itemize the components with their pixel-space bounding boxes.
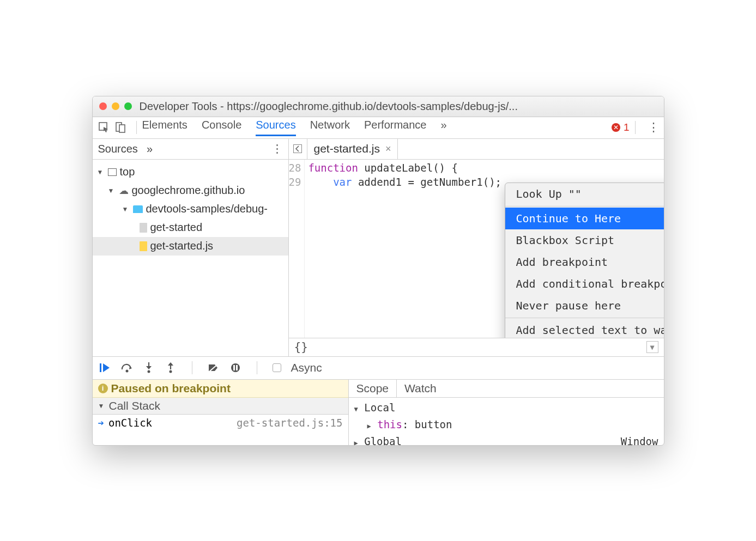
debugger-toolbar: Async [93,357,664,380]
js-file-icon [140,241,147,251]
error-count: 1 [624,121,630,133]
main-toolbar: Elements Console Sources Network Perform… [93,117,664,139]
sidebar-tabs-overflow[interactable]: » [147,143,153,155]
async-label: Async [291,361,322,374]
debugger-panels: i Paused on breakpoint ▼ Call Stack ➔ on… [93,380,664,445]
tab-performance[interactable]: Performance [364,119,427,136]
cm-add-breakpoint[interactable]: Add breakpoint [505,251,664,273]
chevron-down-icon: ▼ [98,402,106,410]
svg-point-9 [231,363,240,372]
cm-add-conditional-breakpoint[interactable]: Add conditional breakpoint… [505,273,664,295]
sources-main: Sources » ⋮ ▼ top ▼ ☁ googlechrome.githu… [93,139,664,357]
cm-never-pause-here[interactable]: Never pause here [505,295,664,317]
tree-folder[interactable]: ▼ devtools-samples/debug- [93,200,288,218]
cm-blackbox-script[interactable]: Blackbox Script [505,229,664,251]
svg-rect-10 [233,365,235,370]
scope-panel: Scope Watch ▼ Local ▶ this: button ▶ Glo… [349,380,664,445]
current-frame-icon: ➔ [98,417,104,429]
tab-console[interactable]: Console [202,119,241,136]
step-out-icon[interactable] [165,362,177,373]
resume-icon[interactable] [99,363,111,373]
callstack-header[interactable]: ▼ Call Stack [93,398,348,415]
svg-point-7 [169,370,172,373]
tree-file-js[interactable]: get-started.js [93,237,288,256]
deactivate-breakpoints-icon[interactable] [208,363,220,373]
chevron-down-icon: ▼ [97,168,105,176]
callstack-frame[interactable]: ➔ onClick get-started.js:15 [93,415,348,431]
scope-this[interactable]: ▶ this: button [354,417,658,434]
scope-watch-tabs: Scope Watch [349,380,664,398]
tab-sources[interactable]: Sources [256,119,295,136]
sidebar-tabs: Sources » ⋮ [93,139,288,160]
tab-watch[interactable]: Watch [397,380,444,397]
pause-on-exceptions-icon[interactable] [229,363,241,373]
step-into-icon[interactable] [143,362,155,373]
line-gutter: 28 29 [289,160,305,338]
tab-elements[interactable]: Elements [142,119,188,136]
editor-status: {} ▾ [289,338,664,356]
error-badge[interactable]: ✕ 1 [612,121,630,133]
editor-tab-label: get-started.js [314,142,380,155]
panel-tabs: Elements Console Sources Network Perform… [142,119,612,136]
sources-sidebar: Sources » ⋮ ▼ top ▼ ☁ googlechrome.githu… [93,139,289,356]
titlebar: Developer Tools - https://googlechrome.g… [93,96,664,117]
editor-tabstrip: get-started.js × [289,139,664,160]
device-icon[interactable] [114,121,126,133]
minimize-window-icon[interactable] [112,102,119,110]
cloud-icon: ☁ [119,185,129,197]
cm-add-to-watches[interactable]: Add selected text to watches [505,319,664,338]
close-window-icon[interactable] [99,102,107,110]
error-icon: ✕ [612,123,620,132]
cm-lookup[interactable]: Look Up "" [505,183,664,205]
sidebar-tab-sources[interactable]: Sources [98,143,138,155]
frame-icon [108,168,117,176]
editor-tab[interactable]: get-started.js × [307,139,398,159]
svg-point-5 [125,370,128,373]
step-over-icon[interactable] [121,363,133,373]
devtools-window: Developer Tools - https://googlechrome.g… [92,96,664,446]
svg-rect-4 [100,363,101,372]
scope-global[interactable]: ▶ GlobalWindow [354,434,658,446]
traffic-lights [99,102,132,110]
chevron-down-icon: ▼ [108,187,116,194]
svg-rect-2 [119,125,125,132]
window-title: Developer Tools - https://googlechrome.g… [140,100,518,113]
editor-dropdown-icon[interactable]: ▾ [646,341,658,353]
folder-icon [133,205,143,213]
scope-local[interactable]: ▼ Local [354,400,658,417]
chevron-down-icon: ▼ [122,205,130,213]
context-menu: Look Up "" Continue to Here Blackbox Scr… [505,183,664,338]
info-icon: i [98,384,108,393]
tabs-overflow[interactable]: » [441,119,447,136]
close-tab-icon[interactable]: × [385,143,391,155]
settings-menu-icon[interactable]: ⋮ [648,120,658,135]
svg-rect-3 [294,145,302,153]
zoom-window-icon[interactable] [124,102,132,110]
tab-network[interactable]: Network [310,119,350,136]
tab-scope[interactable]: Scope [349,380,397,397]
collapse-sidebar-icon[interactable] [289,139,307,159]
async-checkbox[interactable] [273,363,281,372]
svg-rect-11 [236,365,238,370]
code-editor: get-started.js × 28 29 function updateLa… [289,139,664,356]
inspect-icon[interactable] [98,121,110,133]
sidebar-menu-icon[interactable]: ⋮ [271,142,283,155]
cm-continue-to-here[interactable]: Continue to Here [505,208,664,229]
file-icon [140,223,147,233]
svg-point-6 [147,370,150,373]
tree-domain[interactable]: ▼ ☁ googlechrome.github.io [93,181,288,200]
code-area[interactable]: 28 29 function updateLabel() { var adden… [289,160,664,338]
scope-tree: ▼ Local ▶ this: button ▶ GlobalWindow [349,398,664,446]
tree-top[interactable]: ▼ top [93,163,288,181]
paused-banner: i Paused on breakpoint [93,380,348,398]
tree-file-html[interactable]: get-started [93,218,288,237]
callstack-panel: i Paused on breakpoint ▼ Call Stack ➔ on… [93,380,349,445]
file-tree: ▼ top ▼ ☁ googlechrome.github.io ▼ devto… [93,160,288,259]
